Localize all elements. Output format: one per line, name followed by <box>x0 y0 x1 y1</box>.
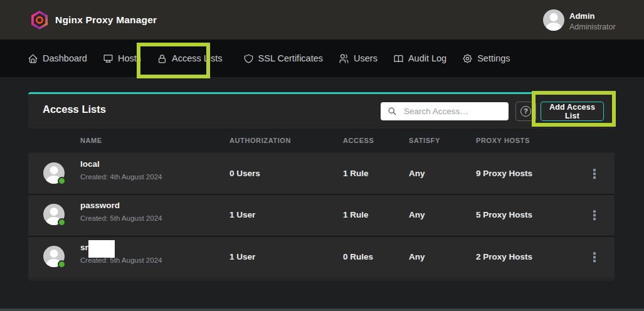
proxy-hosts-cell: 9 Proxy Hosts <box>476 154 532 194</box>
window-bottom-edge <box>0 308 644 311</box>
row-menu-button[interactable] <box>590 166 599 182</box>
help-button[interactable]: ? <box>515 102 536 121</box>
row-menu-button[interactable] <box>590 207 599 223</box>
column-header-proxy-hosts: PROXY HOSTS <box>476 129 530 152</box>
nav-label: SSL Certificates <box>258 53 323 63</box>
search-icon <box>388 107 397 116</box>
row-avatar <box>43 246 65 267</box>
nav-item-hosts[interactable]: Hosts <box>103 53 141 64</box>
page-title: Access Lists <box>43 103 106 115</box>
created-date: Created: 5th August 2024 <box>80 256 162 264</box>
user-avatar[interactable] <box>543 9 564 31</box>
add-access-list-button[interactable]: Add Access List <box>541 102 604 121</box>
created-date: Created: 5th August 2024 <box>80 214 162 222</box>
user-name[interactable]: Admin <box>569 11 594 21</box>
app-title: Nginx Proxy Manager <box>55 14 157 26</box>
home-icon <box>28 53 38 64</box>
search-input[interactable] <box>403 106 505 117</box>
nav-label: Access Lists <box>172 53 223 63</box>
authorization-cell: 1 User <box>230 195 255 235</box>
user-role: Administrator <box>569 23 616 31</box>
nav-item-settings[interactable]: Settings <box>462 53 510 64</box>
row-menu-button[interactable] <box>590 249 599 265</box>
column-header-authorization: AUTHORIZATION <box>230 129 291 152</box>
lock-icon <box>157 53 167 64</box>
table-row: local Created: 4th August 2024 0 Users 1… <box>28 154 615 194</box>
gear-icon <box>462 53 473 64</box>
main-nav: Dashboard Hosts Access Lists SSL Certifi… <box>0 40 644 77</box>
nav-item-dashboard[interactable]: Dashboard <box>28 53 87 64</box>
app-logo-icon <box>31 11 48 29</box>
authorization-cell: 1 User <box>230 237 255 277</box>
status-dot <box>58 218 66 226</box>
created-date: Created: 4th August 2024 <box>80 173 162 181</box>
nav-item-audit-log[interactable]: Audit Log <box>393 53 446 64</box>
nav-label: Users <box>354 53 377 63</box>
table-row: sn Created: 5th August 2024 1 User 0 Rul… <box>28 237 615 277</box>
access-cell: 1 Rule <box>343 195 369 235</box>
column-header-access: ACCESS <box>343 129 374 152</box>
search-box <box>381 102 509 120</box>
row-avatar <box>43 204 65 225</box>
row-avatar <box>43 162 65 184</box>
help-icon: ? <box>520 106 531 117</box>
satisfy-cell: Any <box>409 195 425 235</box>
nav-item-ssl-certificates[interactable]: SSL Certificates <box>243 53 323 64</box>
nav-item-access-lists[interactable]: Access Lists <box>157 53 223 64</box>
status-dot <box>58 260 66 268</box>
table-row: password Created: 5th August 2024 1 User… <box>28 195 615 235</box>
column-header-name: NAME <box>80 129 102 152</box>
monitor-icon <box>103 53 113 64</box>
table-header: NAME AUTHORIZATION ACCESS SATISFY PROXY … <box>28 129 615 152</box>
access-cell: 0 Rules <box>343 237 373 277</box>
satisfy-cell: Any <box>409 154 425 194</box>
shield-icon <box>243 53 254 64</box>
users-icon <box>339 53 349 64</box>
proxy-hosts-cell: 5 Proxy Hosts <box>476 195 532 235</box>
redaction-box <box>88 240 115 258</box>
nav-label: Dashboard <box>43 53 87 63</box>
nav-label: Hosts <box>118 53 141 63</box>
satisfy-cell: Any <box>409 237 425 277</box>
top-header: Nginx Proxy Manager Admin Administrator <box>0 0 644 40</box>
status-dot <box>58 177 66 185</box>
access-cell: 1 Rule <box>343 154 369 194</box>
app-window: Nginx Proxy Manager Admin Administrator … <box>0 0 644 311</box>
book-icon <box>393 53 404 64</box>
access-list-name: password <box>80 201 120 210</box>
access-list-name: local <box>80 159 100 169</box>
nav-item-users[interactable]: Users <box>339 53 377 64</box>
authorization-cell: 0 Users <box>230 154 260 194</box>
access-lists-card: Access Lists ? Add Access List NAME AUTH… <box>28 92 615 281</box>
proxy-hosts-cell: 2 Proxy Hosts <box>476 237 532 277</box>
column-header-satisfy: SATISFY <box>409 129 440 152</box>
nav-label: Settings <box>477 53 510 63</box>
nav-label: Audit Log <box>408 53 446 63</box>
